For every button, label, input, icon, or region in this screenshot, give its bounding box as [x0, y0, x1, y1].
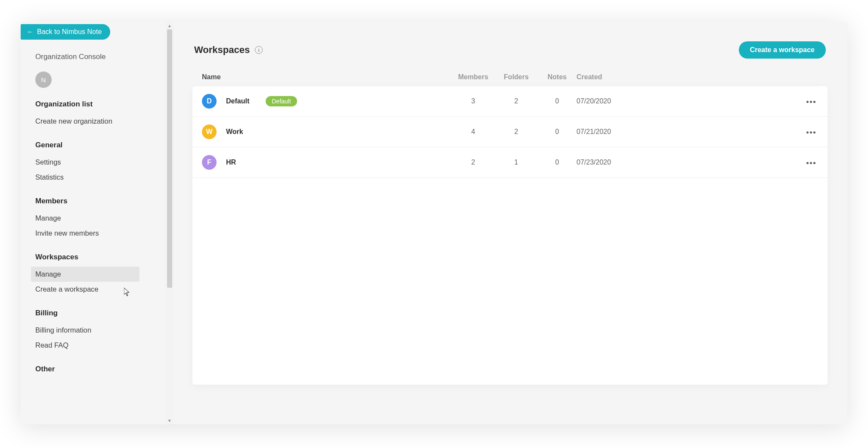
page-title: Workspaces [194, 44, 250, 56]
back-button-label: Back to Nimbus Note [37, 28, 102, 36]
sidebar: ← Back to Nimbus Note Organization Conso… [21, 22, 174, 424]
arrow-left-icon: ← [27, 28, 34, 35]
more-options-icon[interactable] [804, 129, 818, 136]
cell-created: 07/23/2020 [577, 159, 632, 166]
cell-name: DDefaultDefault [202, 94, 452, 109]
sidebar-item[interactable]: Settings [31, 155, 165, 170]
cell-members: 3 [452, 97, 495, 105]
sidebar-item[interactable]: Invite new members [31, 226, 165, 241]
table-row[interactable]: WWork42007/21/2020 [192, 117, 828, 147]
cell-members: 2 [452, 159, 495, 166]
create-workspace-button[interactable]: Create a workspace [739, 41, 826, 59]
scroll-up-arrow-icon[interactable]: ▴ [166, 22, 174, 29]
workspace-name: HR [226, 159, 236, 166]
info-icon[interactable] [255, 46, 263, 54]
default-badge: Default [266, 96, 297, 106]
cell-members: 4 [452, 128, 495, 136]
cell-folders: 1 [495, 159, 538, 166]
sidebar-group: WorkspacesManageCreate a workspace [35, 253, 165, 297]
sidebar-heading: General [35, 141, 165, 149]
main-title-wrap: Workspaces [194, 44, 263, 56]
sidebar-item[interactable]: Billing information [31, 323, 165, 338]
workspace-avatar: D [202, 94, 217, 109]
sidebar-item[interactable]: Read FAQ [31, 338, 165, 353]
back-to-nimbus-button[interactable]: ← Back to Nimbus Note [21, 24, 110, 40]
cell-notes: 0 [538, 159, 577, 166]
sidebar-heading: Billing [35, 309, 165, 317]
sidebar-heading: Organization list [35, 100, 165, 109]
scrollbar-thumb[interactable] [167, 29, 172, 288]
sidebar-scrollbar[interactable]: ▴ ▾ [166, 22, 174, 424]
cell-actions [632, 97, 818, 106]
main-content: Workspaces Create a workspace Name Membe… [174, 22, 847, 424]
sidebar-group: GeneralSettingsStatistics [35, 141, 165, 185]
workspace-avatar: W [202, 124, 217, 139]
cell-folders: 2 [495, 97, 538, 105]
sidebar-content: Organization Console N Organization list… [21, 40, 174, 424]
app-window: ← Back to Nimbus Note Organization Conso… [21, 22, 847, 424]
workspace-name: Work [226, 128, 243, 136]
sidebar-item[interactable]: Manage [31, 211, 165, 226]
main-header: Workspaces Create a workspace [192, 41, 828, 59]
table-row[interactable]: FHR21007/23/2020 [192, 147, 828, 178]
workspaces-table: Name Members Folders Notes Created DDefa… [192, 73, 828, 385]
org-avatar[interactable]: N [35, 72, 52, 88]
col-header-created: Created [577, 73, 632, 81]
cell-created: 07/21/2020 [577, 128, 632, 136]
col-header-name: Name [202, 73, 452, 81]
table-row[interactable]: DDefaultDefault32007/20/2020 [192, 86, 828, 117]
col-header-notes: Notes [538, 73, 577, 81]
cell-name: FHR [202, 155, 452, 170]
workspace-avatar: F [202, 155, 217, 170]
sidebar-item[interactable]: Statistics [31, 170, 165, 185]
sidebar-group: Other [35, 365, 165, 373]
cell-notes: 0 [538, 97, 577, 105]
more-options-icon[interactable] [804, 98, 818, 106]
more-options-icon[interactable] [804, 159, 818, 167]
col-header-members: Members [452, 73, 495, 81]
sidebar-item[interactable]: Create a workspace [31, 282, 165, 297]
sidebar-heading: Other [35, 365, 165, 373]
sidebar-group: Organization listCreate new organization [35, 100, 165, 129]
workspace-name: Default [226, 97, 249, 105]
cell-name: WWork [202, 124, 452, 139]
cell-folders: 2 [495, 128, 538, 136]
org-console-title: Organization Console [35, 53, 165, 61]
col-header-folders: Folders [495, 73, 538, 81]
cell-actions [632, 158, 818, 167]
cell-created: 07/20/2020 [577, 97, 632, 105]
cell-actions [632, 128, 818, 136]
scroll-down-arrow-icon[interactable]: ▾ [166, 417, 174, 424]
sidebar-item[interactable]: Create new organization [31, 114, 165, 129]
sidebar-heading: Members [35, 197, 165, 205]
table-column-headers: Name Members Folders Notes Created [192, 73, 828, 86]
cell-notes: 0 [538, 128, 577, 136]
sidebar-group: MembersManageInvite new members [35, 197, 165, 241]
sidebar-group: BillingBilling informationRead FAQ [35, 309, 165, 353]
sidebar-item[interactable]: Manage [31, 267, 140, 282]
sidebar-heading: Workspaces [35, 253, 165, 261]
table-body: DDefaultDefault32007/20/2020WWork42007/2… [192, 86, 828, 385]
